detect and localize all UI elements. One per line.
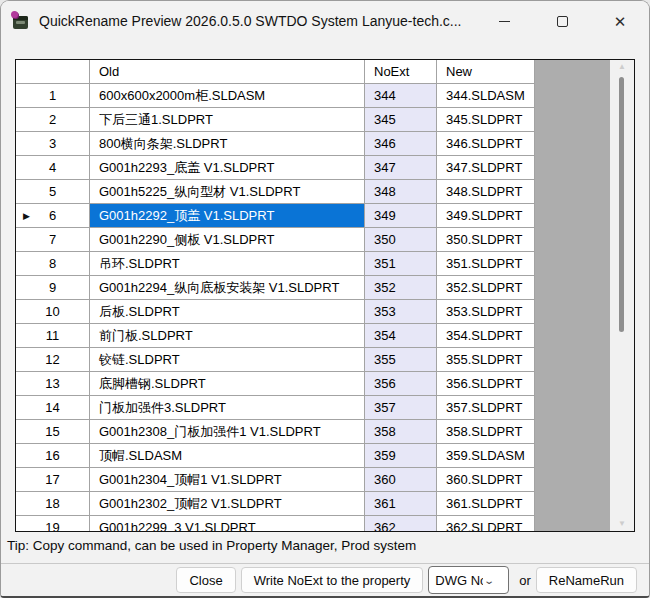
cell-noext[interactable]: 359	[365, 444, 437, 468]
cell-old[interactable]: 顶帽.SLDASM	[90, 444, 365, 468]
table-row[interactable]: ▶ 8 吊环.SLDPRT 351 351.SLDPRT	[16, 252, 610, 276]
row-header-cell[interactable]: ▶ 2	[16, 108, 90, 132]
table-row[interactable]: ▶ 9 G001h2294_纵向底板安装架 V1.SLDPRT 352 352.…	[16, 276, 610, 300]
cell-new[interactable]: 360.SLDPRT	[437, 468, 535, 492]
table-row[interactable]: ▶ 17 G001h2304_顶帽1 V1.SLDPRT 360 360.SLD…	[16, 468, 610, 492]
cell-new[interactable]: 354.SLDPRT	[437, 324, 535, 348]
cell-new[interactable]: 358.SLDPRT	[437, 420, 535, 444]
cell-noext[interactable]: 345	[365, 108, 437, 132]
cell-new[interactable]: 356.SLDPRT	[437, 372, 535, 396]
cell-noext[interactable]: 353	[365, 300, 437, 324]
table-row[interactable]: ▶ 15 G001h2308_门板加强件1 V1.SLDPRT 358 358.…	[16, 420, 610, 444]
cell-noext[interactable]: 349	[365, 204, 437, 228]
cell-noext[interactable]: 358	[365, 420, 437, 444]
cell-new[interactable]: 355.SLDPRT	[437, 348, 535, 372]
table-row[interactable]: ▶ 2 下后三通1.SLDPRT 345 345.SLDPRT	[16, 108, 610, 132]
cell-new[interactable]: 347.SLDPRT	[437, 156, 535, 180]
header-new[interactable]: New	[437, 60, 535, 84]
table-row[interactable]: ▶ 5 G001h5225_纵向型材 V1.SLDPRT 348 348.SLD…	[16, 180, 610, 204]
cell-noext[interactable]: 347	[365, 156, 437, 180]
cell-old[interactable]: 吊环.SLDPRT	[90, 252, 365, 276]
scrollbar-thumb[interactable]	[619, 77, 624, 332]
row-header-cell[interactable]: ▶ 6	[16, 204, 90, 228]
cell-old[interactable]: 铰链.SLDPRT	[90, 348, 365, 372]
row-header-cell[interactable]: ▶ 12	[16, 348, 90, 372]
table-row[interactable]: ▶ 16 顶帽.SLDASM 359 359.SLDASM	[16, 444, 610, 468]
cell-noext[interactable]: 350	[365, 228, 437, 252]
cell-old[interactable]: G001h2294_纵向底板安装架 V1.SLDPRT	[90, 276, 365, 300]
write-noext-button[interactable]: Write NoExt to the property	[241, 567, 424, 593]
row-header-cell[interactable]: ▶ 9	[16, 276, 90, 300]
table-row[interactable]: ▶ 3 800横向条架.SLDPRT 346 346.SLDPRT	[16, 132, 610, 156]
row-header-cell[interactable]: ▶ 16	[16, 444, 90, 468]
row-header-cell[interactable]: ▶ 3	[16, 132, 90, 156]
cell-old[interactable]: 前门板.SLDPRT	[90, 324, 365, 348]
scroll-up-icon[interactable]: ▲	[610, 62, 634, 72]
cell-noext[interactable]: 360	[365, 468, 437, 492]
row-header-cell[interactable]: ▶ 1	[16, 84, 90, 108]
cell-old[interactable]: G001h2299_3 V1.SLDPRT	[90, 516, 365, 531]
cell-new[interactable]: 361.SLDPRT	[437, 492, 535, 516]
vertical-scrollbar[interactable]: ▲ ▼	[610, 60, 634, 531]
scroll-down-icon[interactable]: ▼	[610, 519, 634, 529]
table-row[interactable]: ▶ 12 铰链.SLDPRT 355 355.SLDPRT	[16, 348, 610, 372]
cell-old[interactable]: G001h2308_门板加强件1 V1.SLDPRT	[90, 420, 365, 444]
row-header-cell[interactable]: ▶ 13	[16, 372, 90, 396]
table-row[interactable]: ▶ 19 G001h2299_3 V1.SLDPRT 362 362.SLDPR…	[16, 516, 610, 531]
cell-new[interactable]: 353.SLDPRT	[437, 300, 535, 324]
cell-old[interactable]: G001h2293_底盖 V1.SLDPRT	[90, 156, 365, 180]
cell-old[interactable]: 下后三通1.SLDPRT	[90, 108, 365, 132]
table-row[interactable]: ▶ 4 G001h2293_底盖 V1.SLDPRT 347 347.SLDPR…	[16, 156, 610, 180]
cell-noext[interactable]: 352	[365, 276, 437, 300]
cell-new[interactable]: 350.SLDPRT	[437, 228, 535, 252]
cell-old[interactable]: 600x600x2000m柜.SLDASM	[90, 84, 365, 108]
table-row[interactable]: ▶ 7 G001h2290_侧板 V1.SLDPRT 350 350.SLDPR…	[16, 228, 610, 252]
table-row[interactable]: ▶ 11 前门板.SLDPRT 354 354.SLDPRT	[16, 324, 610, 348]
cell-old[interactable]: 后板.SLDPRT	[90, 300, 365, 324]
minimize-button[interactable]	[475, 1, 533, 41]
row-header-cell[interactable]: ▶ 7	[16, 228, 90, 252]
row-header-cell[interactable]: ▶ 4	[16, 156, 90, 180]
rename-run-button[interactable]: ReNameRun	[536, 567, 637, 593]
row-header-cell[interactable]: ▶ 15	[16, 420, 90, 444]
cell-new[interactable]: 351.SLDPRT	[437, 252, 535, 276]
cell-new[interactable]: 344.SLDASM	[437, 84, 535, 108]
table-row[interactable]: ▶ 10 后板.SLDPRT 353 353.SLDPRT	[16, 300, 610, 324]
maximize-button[interactable]	[533, 1, 591, 41]
close-button[interactable]: ✕	[591, 1, 649, 41]
table-row[interactable]: ▶ 14 门板加强件3.SLDPRT 357 357.SLDPRT	[16, 396, 610, 420]
cell-noext[interactable]: 348	[365, 180, 437, 204]
cell-new[interactable]: 359.SLDASM	[437, 444, 535, 468]
cell-new[interactable]: 346.SLDPRT	[437, 132, 535, 156]
cell-new[interactable]: 352.SLDPRT	[437, 276, 535, 300]
cell-old[interactable]: 门板加强件3.SLDPRT	[90, 396, 365, 420]
cell-old[interactable]: G001h2292_顶盖 V1.SLDPRT	[90, 204, 365, 228]
cell-new[interactable]: 348.SLDPRT	[437, 180, 535, 204]
cell-noext[interactable]: 361	[365, 492, 437, 516]
table-row[interactable]: ▶ 18 G001h2302_顶帽2 V1.SLDPRT 361 361.SLD…	[16, 492, 610, 516]
close-dialog-button[interactable]: Close	[176, 567, 235, 593]
header-noext[interactable]: NoExt	[365, 60, 437, 84]
cell-noext[interactable]: 354	[365, 324, 437, 348]
cell-old[interactable]: G001h2304_顶帽1 V1.SLDPRT	[90, 468, 365, 492]
header-old[interactable]: Old	[90, 60, 365, 84]
row-header-cell[interactable]: ▶ 17	[16, 468, 90, 492]
cell-noext[interactable]: 356	[365, 372, 437, 396]
target-property-dropdown[interactable]: DWG No ⌄	[428, 566, 509, 594]
cell-noext[interactable]: 357	[365, 396, 437, 420]
row-header-cell[interactable]: ▶ 10	[16, 300, 90, 324]
cell-new[interactable]: 349.SLDPRT	[437, 204, 535, 228]
cell-noext[interactable]: 362	[365, 516, 437, 531]
cell-old[interactable]: G001h2302_顶帽2 V1.SLDPRT	[90, 492, 365, 516]
row-header-cell[interactable]: ▶ 5	[16, 180, 90, 204]
cell-noext[interactable]: 351	[365, 252, 437, 276]
table-row[interactable]: ▶ 13 底脚槽钢.SLDPRT 356 356.SLDPRT	[16, 372, 610, 396]
cell-noext[interactable]: 344	[365, 84, 437, 108]
cell-noext[interactable]: 355	[365, 348, 437, 372]
table-row[interactable]: ▶ 6 G001h2292_顶盖 V1.SLDPRT 349 349.SLDPR…	[16, 204, 610, 228]
cell-new[interactable]: 345.SLDPRT	[437, 108, 535, 132]
row-header-cell[interactable]: ▶ 8	[16, 252, 90, 276]
cell-old[interactable]: 800横向条架.SLDPRT	[90, 132, 365, 156]
cell-old[interactable]: 底脚槽钢.SLDPRT	[90, 372, 365, 396]
cell-noext[interactable]: 346	[365, 132, 437, 156]
